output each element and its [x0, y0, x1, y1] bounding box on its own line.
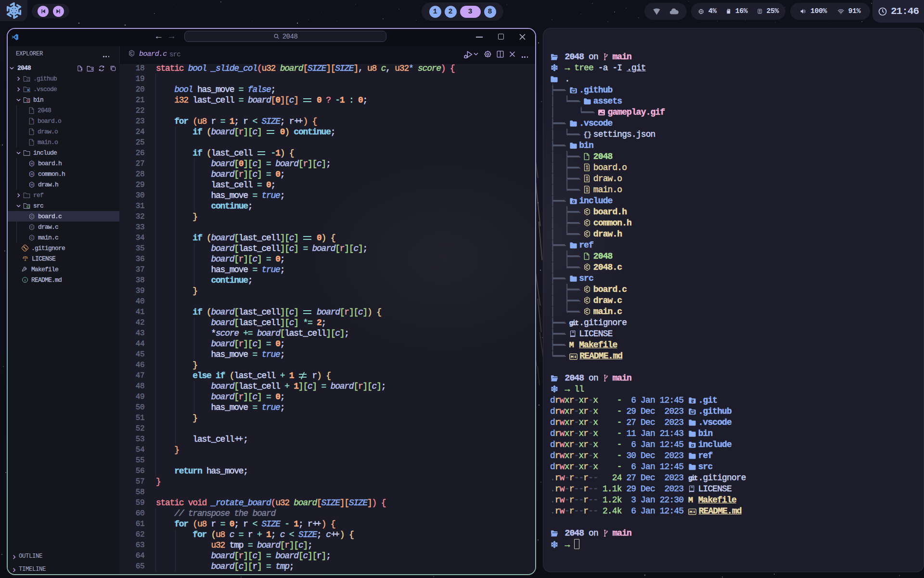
svg-text:01: 01 [586, 176, 588, 178]
svg-text:H: H [31, 172, 33, 175]
svg-text:01: 01 [586, 187, 588, 189]
svg-text:10: 10 [586, 168, 588, 170]
svg-text:H: H [31, 161, 33, 165]
svg-text:C: C [31, 236, 33, 239]
svg-text:C: C [31, 225, 33, 228]
svg-text:H: H [31, 183, 33, 186]
svg-text:10: 10 [586, 179, 588, 181]
svg-text:10: 10 [586, 190, 588, 192]
svg-text:01: 01 [586, 165, 588, 167]
svg-text:C: C [31, 214, 33, 218]
